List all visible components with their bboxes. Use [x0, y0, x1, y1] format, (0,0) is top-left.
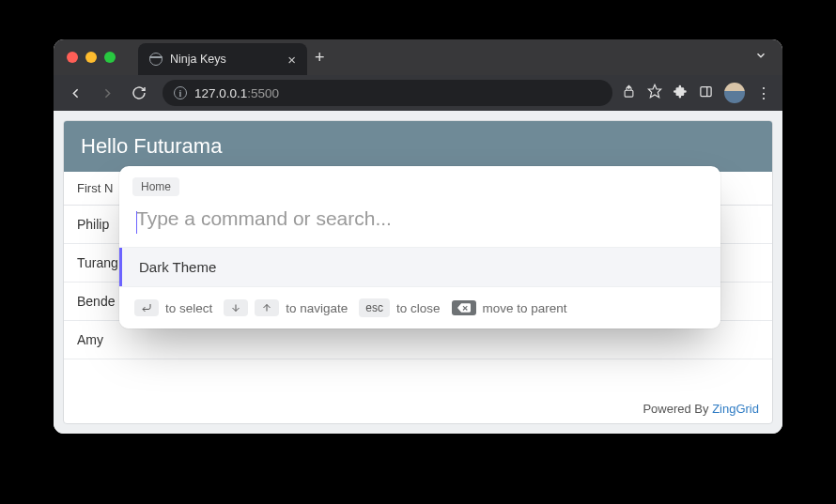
hint-parent: move to parent [483, 301, 567, 315]
profile-avatar[interactable] [724, 83, 745, 103]
svg-rect-2 [701, 86, 711, 96]
tab-overflow-button[interactable] [754, 49, 767, 66]
breadcrumb-row: Home [119, 166, 720, 196]
hint-navigate: to navigate [286, 301, 348, 315]
grid-footer: Powered By ZingGrid [64, 394, 772, 423]
zinggrid-link[interactable]: ZingGrid [712, 402, 759, 416]
maximize-window-button[interactable] [104, 52, 116, 63]
arrow-down-icon [224, 299, 248, 316]
arrow-up-icon [255, 299, 279, 316]
hint-select: to select [165, 301, 212, 315]
results-list: Dark Theme [119, 247, 720, 286]
backspace-key-icon [452, 300, 476, 315]
text-caret [136, 211, 137, 234]
reload-button[interactable] [125, 79, 153, 107]
toolbar: i 127.0.0.1:5500 ⋮ [54, 75, 782, 111]
panel-icon[interactable] [699, 84, 713, 102]
breadcrumb[interactable]: Home [132, 177, 179, 196]
enter-key-icon [134, 299, 159, 316]
globe-icon [149, 53, 163, 66]
close-tab-icon[interactable]: × [287, 52, 296, 68]
svg-marker-1 [648, 84, 660, 97]
traffic-lights [54, 52, 116, 63]
page-title: Hello Futurama [64, 121, 772, 172]
share-icon[interactable] [622, 84, 636, 102]
search-row [119, 196, 720, 247]
forward-button[interactable] [93, 79, 121, 107]
site-info-icon[interactable]: i [174, 86, 187, 99]
svg-rect-0 [625, 90, 633, 97]
command-palette: Home Dark Theme to select [119, 166, 720, 328]
new-tab-button[interactable]: + [315, 48, 325, 68]
hint-close: to close [396, 301, 441, 315]
tab-title: Ninja Keys [170, 53, 226, 66]
browser-window: Ninja Keys × + i 127.0.0.1:5500 [54, 39, 782, 434]
search-input[interactable] [136, 207, 704, 230]
close-window-button[interactable] [67, 52, 78, 63]
extensions-icon[interactable] [673, 84, 688, 102]
address-bar[interactable]: i 127.0.0.1:5500 [163, 80, 612, 106]
minimize-window-button[interactable] [85, 52, 97, 63]
browser-tab[interactable]: Ninja Keys × [138, 43, 307, 75]
url-text: 127.0.0.1:5500 [194, 86, 279, 100]
page-viewport: Hello Futurama First N Philip Turang Ben… [54, 111, 782, 434]
esc-key-icon: esc [359, 298, 390, 317]
back-button[interactable] [61, 79, 89, 107]
palette-footer: to select to navigate esc to close [119, 286, 720, 328]
toolbar-right: ⋮ [622, 83, 775, 103]
titlebar: Ninja Keys × + [54, 39, 782, 75]
browser-menu-icon[interactable]: ⋮ [756, 84, 771, 102]
result-item[interactable]: Dark Theme [119, 248, 720, 286]
bookmark-star-icon[interactable] [647, 84, 662, 102]
